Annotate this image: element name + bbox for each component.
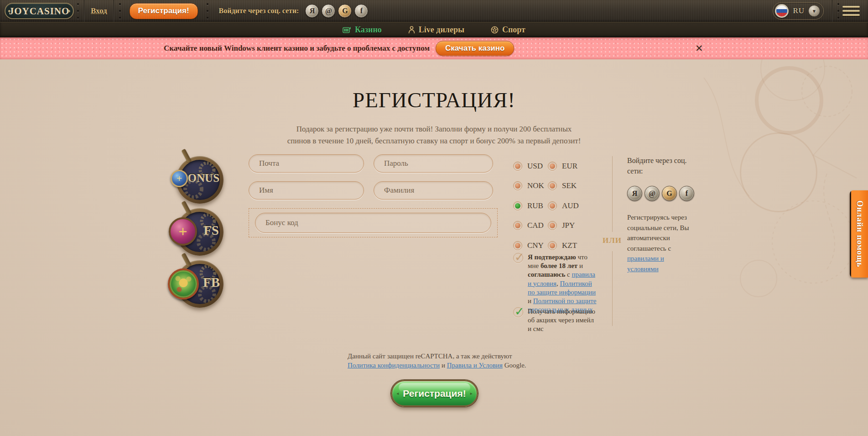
currency-option-kzt[interactable]: KZT: [548, 236, 586, 256]
currency-option-aud[interactable]: AUD: [548, 196, 586, 216]
register-submit-button[interactable]: ◂ Регистрация! ▸: [391, 380, 478, 407]
right-arrow-icon: ▸: [470, 391, 473, 396]
radio-icon[interactable]: [548, 162, 557, 171]
subtitle-line-2: спинов в течение 10 дней, бесплатную ста…: [287, 137, 581, 145]
left-arrow-icon: ◂: [396, 391, 399, 396]
bonus-medallion: BONUS +: [176, 156, 223, 204]
page-title: РЕГИСТРАЦИЯ!: [0, 88, 868, 112]
currency-option-sek[interactable]: SEK: [548, 176, 586, 196]
mail-ru-icon[interactable]: @: [322, 4, 335, 18]
rivet-decoration: [77, 3, 79, 19]
medallion-label: FB: [203, 275, 220, 290]
freebet-ball-icon: [168, 268, 199, 299]
last-name-field[interactable]: [374, 181, 493, 200]
header-register-button[interactable]: Регистрация!: [130, 3, 198, 19]
radio-icon[interactable]: [548, 181, 557, 190]
vertical-divider: [612, 251, 613, 326]
tab-label: Спорт: [502, 25, 525, 35]
radio-selected-icon[interactable]: [513, 201, 522, 210]
promo-text: Получать информацию об акциях через имей…: [528, 307, 597, 334]
freebet-medallion: FB: [176, 260, 223, 308]
currency-option-usd[interactable]: USD: [513, 156, 548, 176]
bonus-orb-icon: +: [171, 170, 188, 187]
rivet-decoration: [68, 10, 70, 12]
medallion-arm-decoration: [181, 149, 191, 163]
currency-option-rub[interactable]: RUB: [513, 196, 548, 216]
download-casino-button[interactable]: Скачать казино: [436, 41, 514, 56]
facebook-icon[interactable]: f: [354, 4, 368, 18]
header-divider: [84, 0, 84, 22]
joycasino-logo[interactable]: JOYCASINO: [5, 3, 74, 19]
close-icon[interactable]: ✕: [695, 43, 703, 54]
google-terms-link[interactable]: Правила и Условия: [447, 362, 503, 369]
promo-checkbox[interactable]: [513, 307, 523, 317]
radio-icon[interactable]: [548, 221, 557, 230]
google-icon[interactable]: G: [338, 4, 352, 18]
yandex-icon[interactable]: Я: [305, 4, 319, 18]
medallion-label: FS: [203, 223, 219, 238]
password-field[interactable]: [374, 154, 493, 173]
freespins-medallion: FS +: [176, 208, 223, 256]
russian-flag-icon: [775, 4, 789, 18]
radio-icon[interactable]: [513, 241, 522, 250]
online-help-tab[interactable]: Онлайн помощь: [850, 190, 868, 278]
email-field[interactable]: [249, 154, 364, 173]
download-client-banner: Скачайте новый Windows клиент казино и з…: [0, 37, 868, 59]
tab-live-dealers[interactable]: Live дилеры: [408, 25, 464, 35]
language-selector[interactable]: RU ▼: [773, 2, 824, 20]
currency-option-nok[interactable]: NOK: [513, 176, 548, 196]
terms-checkbox-row: Я подтверждаю что мне более 18 лет и сог…: [513, 253, 600, 314]
radio-icon[interactable]: [548, 241, 557, 250]
login-link[interactable]: Вход: [91, 6, 107, 16]
currency-option-cad[interactable]: CAD: [513, 216, 548, 236]
google-privacy-link[interactable]: Политика конфиденциальности: [348, 362, 440, 369]
medallion-arm-decoration: [181, 201, 191, 215]
terms-checkbox[interactable]: [513, 253, 523, 263]
social-login-note: Регистрируясь через социальные сети, Вы …: [627, 212, 696, 274]
vertical-divider: [612, 156, 613, 232]
online-help-label: Онлайн помощь: [854, 200, 864, 267]
tab-label: Казино: [355, 25, 382, 35]
form-row: [249, 181, 498, 200]
rivet-decoration: [8, 10, 10, 12]
header-divider: [832, 0, 832, 22]
banner-text: Скачайте новый Windows клиент казино и з…: [164, 44, 430, 53]
header-divider: [114, 0, 114, 22]
registration-page: РЕГИСТРАЦИЯ! Подарок за регистрацию уже …: [0, 59, 868, 436]
google-icon[interactable]: G: [662, 186, 677, 201]
radio-icon[interactable]: [513, 221, 522, 230]
first-name-field[interactable]: [249, 181, 364, 200]
slot-machine-icon: [343, 26, 351, 34]
radio-icon[interactable]: [548, 201, 557, 210]
rivet-decoration: [207, 3, 208, 19]
recaptcha-note: Данный сайт защищен reCAPTCHA, а так же …: [348, 352, 528, 370]
facebook-icon[interactable]: f: [679, 186, 694, 201]
bonus-code-box: [249, 208, 498, 237]
tab-casino[interactable]: Казино: [343, 25, 382, 35]
social-terms-link[interactable]: правилами и условиями: [627, 255, 664, 273]
radio-icon[interactable]: [513, 162, 522, 171]
currency-options: USD EUR NOK SEK RUB AUD CAD JPY: [513, 156, 586, 256]
yandex-icon[interactable]: Я: [627, 186, 642, 201]
page-subtitle: Подарок за регистрацию уже почти твой! З…: [0, 123, 868, 147]
tab-sport[interactable]: Спорт: [491, 25, 525, 35]
top-header: JOYCASINO Вход Регистрация! Войдите чере…: [0, 0, 868, 22]
medallion-arm-decoration: [181, 253, 191, 267]
promo-checkbox-row: Получать информацию об акциях через имей…: [513, 307, 600, 334]
currency-option-eur[interactable]: EUR: [548, 156, 586, 176]
header-social-icons: Я @ G f: [305, 4, 368, 18]
header-social-label: Войдите через соц. сети:: [219, 7, 299, 15]
subtitle-line-1: Подарок за регистрацию уже почти твой! З…: [296, 125, 572, 133]
main-nav: Казино Live дилеры Спорт: [0, 22, 868, 37]
mail-ru-icon[interactable]: @: [645, 186, 660, 201]
submit-label: Регистрация!: [403, 388, 466, 399]
form-row: [249, 154, 498, 173]
freespins-orb-icon: +: [169, 217, 197, 246]
or-label: ИЛИ: [603, 236, 622, 245]
menu-icon[interactable]: [842, 6, 860, 16]
currency-option-jpy[interactable]: JPY: [548, 216, 586, 236]
radio-icon[interactable]: [513, 181, 522, 190]
terms-text: Я подтверждаю что мне более 18 лет и сог…: [528, 253, 597, 314]
social-login-icons: Я @ G f: [627, 186, 696, 201]
bonus-code-field[interactable]: [255, 213, 491, 233]
